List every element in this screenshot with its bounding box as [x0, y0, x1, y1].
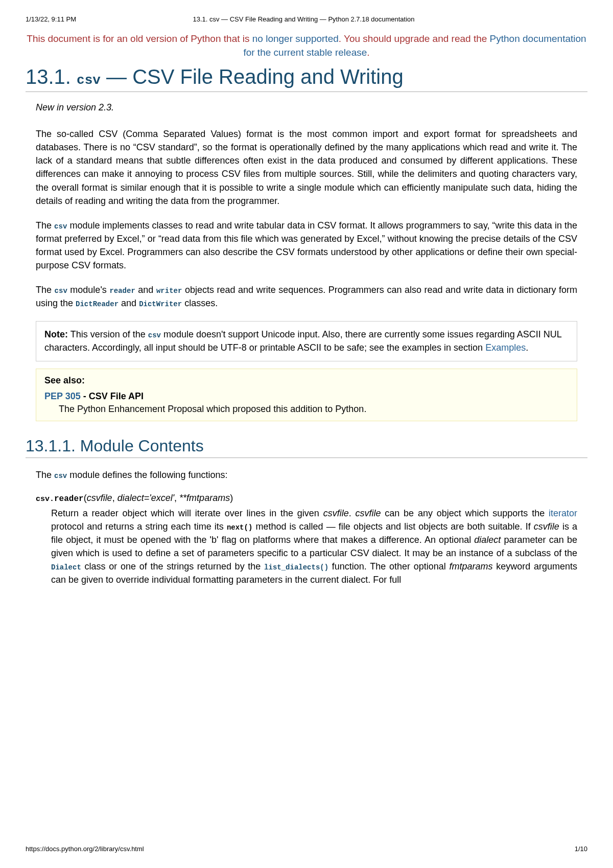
dialect-code: Dialect: [51, 563, 81, 572]
next-code: next(): [227, 523, 252, 532]
examples-link[interactable]: Examples: [485, 342, 526, 353]
func-name: reader: [54, 494, 84, 504]
list-dialects-code: list_dialects(): [264, 563, 328, 572]
intro-paragraph-1: The so-called CSV (Comma Separated Value…: [36, 127, 577, 208]
csvfile-em: csvfile: [534, 521, 559, 532]
footer-url: https://docs.python.org/2/library/csv.ht…: [26, 845, 144, 853]
pep-title: - CSV File API: [81, 391, 144, 401]
print-footer: https://docs.python.org/2/library/csv.ht…: [26, 845, 587, 853]
note-box: Note: This version of the csv module doe…: [36, 321, 577, 361]
print-header: 1/13/22, 9:11 PM 13.1. csv — CSV File Re…: [26, 15, 587, 23]
see-also-label: See also:: [44, 375, 569, 386]
print-timestamp: 1/13/22, 9:11 PM: [26, 15, 76, 23]
iterator-link[interactable]: iterator: [549, 508, 577, 518]
dictwriter-code: DictWriter: [139, 300, 182, 308]
print-doc-title: 13.1. csv — CSV File Reading and Writing…: [76, 15, 531, 23]
pep-line: PEP 305 - CSV File API: [44, 391, 569, 402]
version-added: New in version 2.3.: [36, 102, 577, 113]
title-code: csv: [77, 73, 101, 88]
pep-link[interactable]: PEP 305: [44, 391, 81, 401]
param-csvfile: csvfile: [87, 493, 112, 503]
intro-paragraph-2: The csv module implements classes to rea…: [36, 219, 577, 272]
intro-paragraph-3: The csv module's reader and writer objec…: [36, 283, 577, 310]
csv-code: csv: [148, 331, 161, 339]
csvfile-em: csvfile: [355, 508, 381, 518]
func-signature-reader: csv.reader(csvfile, dialect='excel', **f…: [36, 493, 577, 504]
page-title: 13.1. csv — CSV File Reading and Writing: [26, 65, 587, 92]
param-fmt: **fmtparams: [179, 493, 230, 503]
func-description-reader: Return a reader object which will iterat…: [51, 507, 577, 587]
see-also-box: See also: PEP 305 - CSV File API The Pyt…: [36, 369, 577, 421]
csv-code: csv: [54, 472, 67, 480]
banner-text-suffix: .: [367, 47, 369, 58]
banner-text-mid: . You should upgrade and read the: [339, 33, 490, 44]
section-module-contents: 13.1.1. Module Contents: [26, 437, 587, 458]
deprecation-banner: This document is for an old version of P…: [26, 32, 587, 59]
fmtparams-em: fmtparams: [449, 561, 492, 572]
page: 1/13/22, 9:11 PM 13.1. csv — CSV File Re…: [0, 0, 613, 868]
module-contents-body: The csv module defines the following fun…: [36, 468, 577, 587]
reader-code: reader: [109, 287, 135, 295]
pep-description: The Python Enhancement Proposal which pr…: [59, 404, 569, 415]
footer-page-num: 1/10: [575, 845, 587, 853]
no-longer-supported-link[interactable]: no longer supported: [252, 33, 339, 44]
writer-code: writer: [156, 287, 182, 295]
csvfile-em: csvfile: [323, 508, 349, 518]
title-number: 13.1.: [26, 65, 77, 88]
module-intro: The csv module defines the following fun…: [36, 468, 577, 482]
banner-text-prefix: This document is for an old version of P…: [27, 33, 252, 44]
title-dash: —: [101, 65, 132, 88]
param-dialect: dialect='excel': [117, 493, 174, 503]
csv-code: csv: [55, 287, 67, 295]
dialect-em: dialect: [474, 535, 501, 545]
dictreader-code: DictReader: [76, 300, 119, 308]
func-module: csv.: [36, 495, 54, 504]
print-header-spacer: [531, 15, 587, 23]
title-text: CSV File Reading and Writing: [132, 65, 404, 88]
csv-code: csv: [54, 222, 67, 231]
content-body: New in version 2.3. The so-called CSV (C…: [36, 102, 577, 421]
note-label: Note:: [44, 329, 68, 339]
